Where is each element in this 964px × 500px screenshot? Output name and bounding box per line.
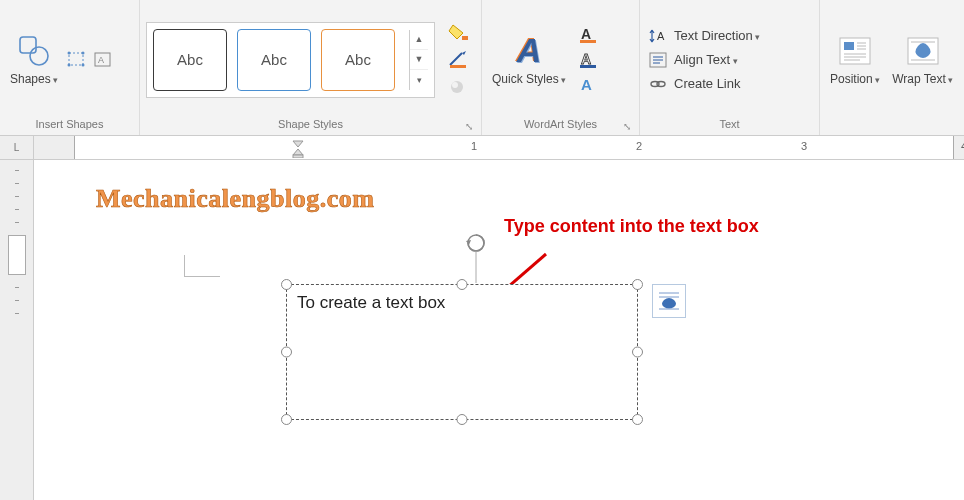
- align-text-icon: [648, 51, 668, 69]
- rotate-handle-icon[interactable]: [464, 233, 488, 283]
- svg-rect-38: [293, 155, 303, 158]
- shape-style-gallery: Abc Abc Abc ▲ ▼ ▾: [146, 22, 435, 98]
- shape-effects-icon[interactable]: [443, 76, 473, 100]
- align-text-button[interactable]: Align Text: [646, 50, 762, 70]
- wrap-text-dropdown[interactable]: Wrap Text: [888, 31, 957, 88]
- create-link-label: Create Link: [674, 76, 740, 91]
- svg-rect-26: [844, 42, 854, 50]
- shape-styles-launcher-icon[interactable]: ⤡: [465, 121, 473, 132]
- watermark-text: Mechanicalengblog.com: [96, 184, 374, 214]
- quick-styles-label: Quick Styles: [492, 73, 566, 86]
- ruler-corner[interactable]: L: [0, 136, 34, 160]
- svg-text:A: A: [98, 55, 104, 65]
- resize-handle-br[interactable]: [632, 414, 643, 425]
- group-insert-shapes: Shapes A Insert Shapes: [0, 0, 140, 135]
- resize-handle-bl[interactable]: [281, 414, 292, 425]
- edit-shape-icon[interactable]: [66, 50, 88, 70]
- text-direction-button[interactable]: A Text Direction: [646, 26, 762, 46]
- quick-styles-dropdown[interactable]: A Quick Styles: [488, 31, 570, 88]
- svg-rect-16: [580, 65, 596, 68]
- svg-text:A: A: [657, 30, 665, 42]
- group-text: A Text Direction Align Text Create Link: [640, 0, 820, 135]
- gallery-more-icon[interactable]: ▾: [410, 70, 428, 90]
- ruler-mark-1: 1: [471, 140, 477, 152]
- svg-marker-37: [293, 149, 303, 155]
- page-margin-corner-icon: [184, 255, 220, 277]
- gallery-down-icon[interactable]: ▼: [410, 50, 428, 70]
- svg-text:A: A: [581, 26, 591, 42]
- wrap-text-icon: [905, 33, 941, 69]
- svg-rect-10: [450, 65, 466, 68]
- gallery-scroll: ▲ ▼ ▾: [409, 30, 428, 90]
- quick-styles-icon: A: [511, 33, 547, 69]
- layout-options-button[interactable]: [652, 284, 686, 318]
- group-label-text: Text: [646, 115, 813, 135]
- text-effects-icon[interactable]: A: [576, 74, 602, 96]
- svg-point-12: [452, 82, 458, 88]
- group-wordart-styles: A Quick Styles A A A WordArt Styles ⤡: [482, 0, 640, 135]
- create-link-button[interactable]: Create Link: [646, 74, 762, 94]
- shape-style-thumb-1[interactable]: Abc: [153, 29, 227, 91]
- indent-marker-icon[interactable]: [292, 138, 304, 156]
- create-link-icon: [648, 75, 668, 93]
- annotation-text: Type content into the text box: [504, 216, 759, 237]
- svg-marker-40: [466, 240, 471, 245]
- shape-fill-icon[interactable]: [443, 20, 473, 44]
- align-text-label: Align Text: [674, 52, 738, 67]
- group-label-shape-styles: Shape Styles ⤡: [146, 115, 475, 135]
- svg-point-3: [68, 51, 71, 54]
- svg-text:A: A: [581, 76, 592, 93]
- group-arrange: Position Wrap Text: [820, 0, 964, 135]
- text-direction-icon: A: [648, 27, 668, 45]
- wordart-launcher-icon[interactable]: ⤡: [623, 121, 631, 132]
- group-label-wordart-styles: WordArt Styles ⤡: [488, 115, 633, 135]
- shape-style-thumb-3[interactable]: Abc: [321, 29, 395, 91]
- draw-textbox-icon[interactable]: A: [92, 50, 114, 70]
- wrap-text-label: Wrap Text: [892, 73, 953, 86]
- svg-rect-14: [580, 40, 596, 43]
- shape-style-thumb-2[interactable]: Abc: [237, 29, 311, 91]
- shapes-label: Shapes: [10, 73, 58, 86]
- group-label-arrange: [826, 115, 958, 135]
- shapes-icon: [16, 33, 52, 69]
- gallery-up-icon[interactable]: ▲: [410, 30, 428, 50]
- resize-handle-tm[interactable]: [457, 279, 468, 290]
- shape-mini-palette: A: [66, 50, 114, 70]
- svg-marker-36: [293, 141, 303, 147]
- svg-text:A: A: [581, 51, 591, 67]
- svg-point-6: [82, 63, 85, 66]
- text-direction-label: Text Direction: [674, 28, 760, 43]
- position-dropdown[interactable]: Position: [826, 31, 884, 88]
- layout-options-icon: [656, 289, 682, 313]
- group-label-insert-shapes: Insert Shapes: [6, 115, 133, 135]
- svg-point-24: [657, 81, 665, 86]
- page[interactable]: Mechanicalengblog.com Type content into …: [34, 160, 964, 500]
- document-area: Mechanicalengblog.com Type content into …: [0, 160, 964, 500]
- horizontal-ruler: L 1 2 3 4: [0, 136, 964, 160]
- group-shape-styles: Abc Abc Abc ▲ ▼ ▾: [140, 0, 482, 135]
- resize-handle-bm[interactable]: [457, 414, 468, 425]
- svg-point-4: [82, 51, 85, 54]
- text-fill-icon[interactable]: A: [576, 24, 602, 46]
- ruler-mark-2: 2: [636, 140, 642, 152]
- ruler-mark-3: 3: [801, 140, 807, 152]
- resize-handle-ml[interactable]: [281, 347, 292, 358]
- vertical-ruler[interactable]: [0, 160, 34, 500]
- ribbon: Shapes A Insert Shapes Abc Abc Abc ▲ ▼: [0, 0, 964, 136]
- hruler-track[interactable]: 1 2 3 4: [34, 136, 964, 160]
- text-box-content[interactable]: To create a text box: [287, 285, 637, 321]
- position-label: Position: [830, 73, 880, 86]
- svg-point-5: [68, 63, 71, 66]
- svg-rect-2: [69, 53, 83, 65]
- svg-rect-0: [20, 37, 36, 53]
- text-box[interactable]: To create a text box: [286, 284, 638, 420]
- shapes-dropdown[interactable]: Shapes: [6, 31, 62, 88]
- resize-handle-tr[interactable]: [632, 279, 643, 290]
- text-outline-icon[interactable]: A: [576, 49, 602, 71]
- shape-outline-icon[interactable]: [443, 48, 473, 72]
- svg-point-1: [30, 47, 48, 65]
- resize-handle-tl[interactable]: [281, 279, 292, 290]
- svg-rect-9: [462, 36, 468, 40]
- position-icon: [837, 33, 873, 69]
- resize-handle-mr[interactable]: [632, 347, 643, 358]
